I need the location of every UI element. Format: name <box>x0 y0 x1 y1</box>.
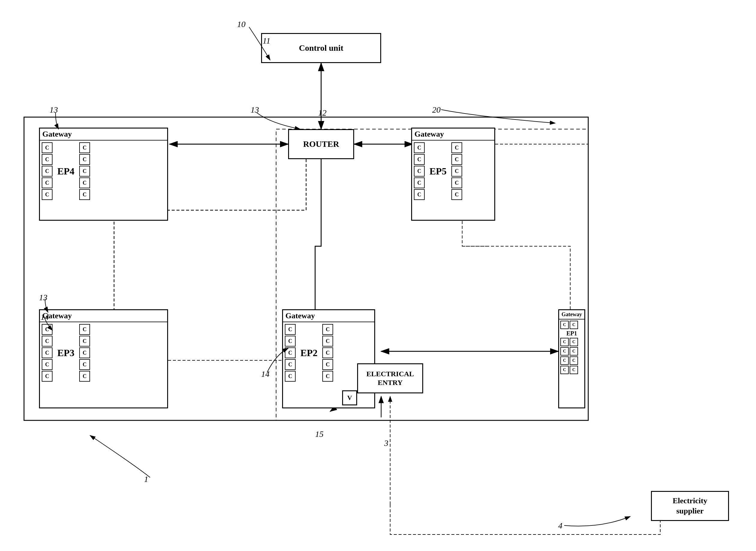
ep5-right-col: C C C C C <box>451 142 462 200</box>
c-box: C <box>42 359 53 370</box>
c-box: C <box>560 366 569 374</box>
c-box: C <box>560 357 569 365</box>
electrical-entry-label: ELECTRICAL ENTRY <box>366 370 414 387</box>
c-box: C <box>42 142 53 153</box>
c-box: C <box>42 166 53 176</box>
electricity-supplier-label: Electricity supplier <box>673 496 707 516</box>
c-box: C <box>285 336 296 347</box>
c-box: C <box>79 348 90 358</box>
c-box: C <box>451 177 462 188</box>
c-box: C <box>322 324 333 335</box>
ep2-left-col: C C C C C <box>285 324 296 382</box>
router-label: ROUTER <box>301 138 342 150</box>
gateway-ep5-title: Gateway <box>412 128 494 140</box>
c-box: C <box>79 189 90 200</box>
ep5-left-col: C C C C C <box>414 142 425 200</box>
c-box: C <box>42 324 53 335</box>
gateway-ep2-panel: Gateway C C C C C EP2 C C C C C <box>282 309 375 408</box>
router-box: ROUTER <box>288 129 354 159</box>
c-box: C <box>42 371 53 382</box>
ref-13a: 13 <box>50 105 58 115</box>
c-box: C <box>42 348 53 358</box>
c-box: C <box>42 154 53 165</box>
ep4-left-col: C C C C C <box>42 142 53 200</box>
c-box: C <box>79 336 90 347</box>
c-box: C <box>79 142 90 153</box>
ref-13c: 13 <box>39 293 47 303</box>
c-box: C <box>414 154 425 165</box>
v-box: V <box>342 390 357 405</box>
ep4-right-col: C C C C C <box>79 142 90 200</box>
c-box: C <box>570 321 578 329</box>
c-box: C <box>285 371 296 382</box>
electricity-supplier-box: Electricity supplier <box>651 491 729 521</box>
gateway-ep2-title: Gateway <box>283 310 374 322</box>
gateway-ep4-title: Gateway <box>40 128 167 140</box>
ep3-label: EP3 <box>54 324 77 382</box>
ep2-label: EP2 <box>297 324 321 382</box>
c-box: C <box>79 359 90 370</box>
ref-11: 11 <box>263 36 270 46</box>
c-box: C <box>285 359 296 370</box>
c-box: C <box>451 154 462 165</box>
ref-10: 10 <box>237 20 245 29</box>
ep4-label: EP4 <box>54 142 77 200</box>
gateway-ep3-title: Gateway <box>40 310 167 322</box>
ep3-left-col: C C C C C <box>42 324 53 382</box>
c-box: C <box>570 357 578 365</box>
c-box: C <box>79 154 90 165</box>
ref-1: 1 <box>144 474 148 484</box>
c-box: C <box>322 348 333 358</box>
gateway-ep1-panel: Gateway C C EP1 C C C C C C C C <box>558 309 585 408</box>
c-box: C <box>451 189 462 200</box>
c-box: C <box>322 336 333 347</box>
c-box: C <box>560 338 569 346</box>
ref-13b: 13 <box>251 105 259 115</box>
c-box: C <box>414 177 425 188</box>
ep3-right-col: C C C C C <box>79 324 90 382</box>
ref-14b: 14 <box>261 369 270 379</box>
c-box: C <box>42 189 53 200</box>
gateway-ep5-panel: Gateway C C C C C EP5 C C C C C <box>411 128 495 221</box>
c-box: C <box>560 321 569 329</box>
ep5-label: EP5 <box>426 142 450 200</box>
control-unit-label: Control unit <box>297 42 346 54</box>
c-box: C <box>570 338 578 346</box>
c-box: C <box>570 347 578 356</box>
c-box: C <box>42 336 53 347</box>
c-box: C <box>42 177 53 188</box>
gateway-ep4-panel: Gateway C C C C C EP4 C C C C C <box>39 128 168 221</box>
electrical-entry-box: ELECTRICAL ENTRY <box>357 363 423 393</box>
c-box: C <box>285 348 296 358</box>
c-box: C <box>322 371 333 382</box>
c-box: C <box>414 166 425 176</box>
c-box: C <box>79 177 90 188</box>
c-box: C <box>285 324 296 335</box>
c-box: C <box>79 324 90 335</box>
c-box: C <box>451 166 462 176</box>
control-unit-box: Control unit <box>261 33 381 63</box>
ref-20: 20 <box>432 105 441 115</box>
c-box: C <box>451 142 462 153</box>
gateway-ep1-title: Gateway <box>559 310 584 320</box>
ep2-right-col: C C C C C <box>322 324 333 382</box>
c-box: C <box>414 142 425 153</box>
ref-14a: 14 <box>41 312 49 322</box>
c-box: C <box>322 359 333 370</box>
ref-4: 4 <box>558 521 562 531</box>
ref-3: 3 <box>384 438 388 448</box>
c-box: C <box>570 366 578 374</box>
c-box: C <box>79 371 90 382</box>
ref-12: 12 <box>318 108 327 118</box>
c-box: C <box>560 347 569 356</box>
c-box: C <box>79 166 90 176</box>
c-box: C <box>414 189 425 200</box>
ref-15: 15 <box>315 429 324 439</box>
gateway-ep3-panel: Gateway C C C C C EP3 C C C C C <box>39 309 168 408</box>
